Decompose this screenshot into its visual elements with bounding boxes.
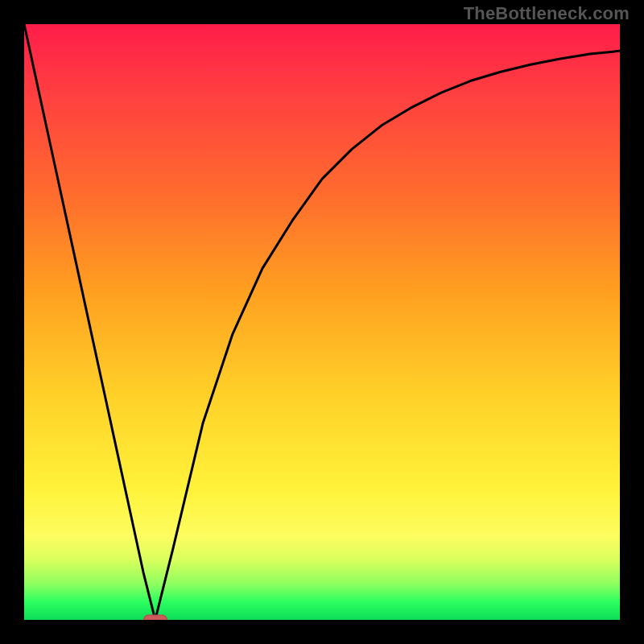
minimum-marker	[143, 615, 167, 621]
curve-svg	[24, 24, 620, 620]
watermark-text: TheBottleneck.com	[464, 3, 630, 24]
chart-root: TheBottleneck.com	[0, 0, 644, 644]
plot-area	[24, 24, 620, 620]
bottleneck-curve-path	[24, 24, 620, 620]
